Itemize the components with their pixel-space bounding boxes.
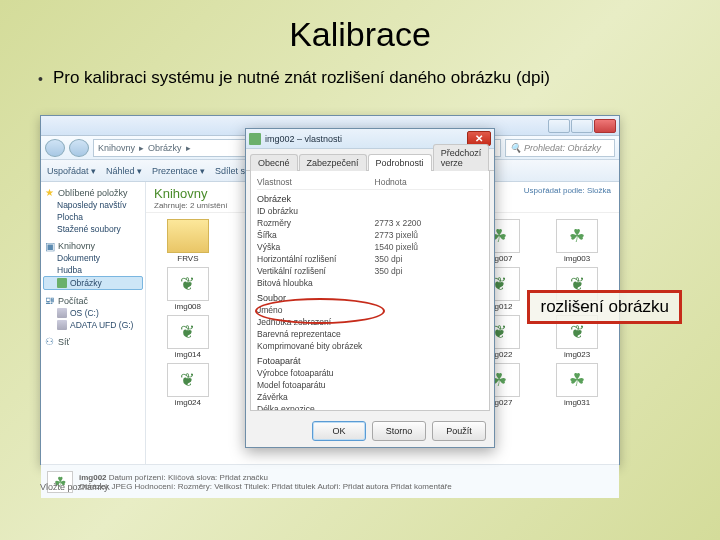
sidebar-favorites-header[interactable]: ★Oblíbené položky: [45, 188, 143, 198]
annotation-box: rozlišení obrázku: [527, 290, 682, 324]
maximize-button[interactable]: [571, 119, 593, 133]
property-key: Rozměry: [257, 218, 375, 228]
thumbnail[interactable]: ❦img008: [150, 267, 226, 311]
leaf-icon: ❦: [167, 363, 209, 397]
ok-button[interactable]: OK: [312, 421, 366, 441]
property-key: ID obrázku: [257, 206, 375, 216]
cancel-button[interactable]: Storno: [372, 421, 426, 441]
property-value: [375, 341, 483, 351]
image-icon: [249, 133, 261, 145]
tab-předchozí verze[interactable]: Předchozí verze: [433, 144, 490, 171]
thumbnail[interactable]: ❦img014: [150, 315, 226, 359]
sidebar-item-pictures[interactable]: Obrázky: [43, 276, 143, 290]
sidebar-computer-header[interactable]: 🖳Počítač: [45, 296, 143, 306]
leaf-icon: ❦: [167, 267, 209, 301]
bullet-dot: •: [38, 68, 43, 90]
dialog-title: img002 – vlastnosti: [265, 134, 342, 144]
breadcrumb[interactable]: Obrázky: [148, 143, 182, 153]
disk-icon: [57, 308, 67, 318]
search-input[interactable]: 🔍 Prohledat: Obrázky: [505, 139, 615, 157]
property-row[interactable]: Model fotoaparátu: [257, 379, 483, 391]
search-placeholder: Prohledat: Obrázky: [524, 143, 601, 153]
property-value: [375, 329, 483, 339]
toolbar-item[interactable]: Náhled ▾: [106, 166, 142, 176]
notes-placeholder: Vložte poznámky.: [40, 482, 110, 492]
thumbnail[interactable]: ☘img003: [539, 219, 615, 263]
property-key: Délka expozice: [257, 404, 375, 411]
apply-button[interactable]: Použít: [432, 421, 486, 441]
property-key: Komprimované bity obrázek: [257, 341, 375, 351]
star-icon: ★: [45, 188, 55, 198]
property-value: 2773 pixelů: [375, 230, 483, 240]
toolbar-item[interactable]: Prezentace ▾: [152, 166, 205, 176]
sidebar: ★Oblíbené položky Naposledy navštív Ploc…: [41, 182, 146, 464]
sidebar-item-usbdisk[interactable]: ADATA UFD (G:): [43, 319, 143, 331]
chevron-right-icon: ▸: [186, 143, 191, 153]
library-icon: ▣: [45, 241, 55, 251]
property-row[interactable]: Vertikální rozlišení350 dpi: [257, 265, 483, 277]
sidebar-item-music[interactable]: Hudba: [43, 264, 143, 276]
close-button[interactable]: [594, 119, 616, 133]
property-row[interactable]: Horizontální rozlišení350 dpi: [257, 253, 483, 265]
computer-icon: 🖳: [45, 296, 55, 306]
property-row[interactable]: Bitová hloubka: [257, 277, 483, 289]
sidebar-item-recent[interactable]: Naposledy navštív: [43, 199, 143, 211]
property-row[interactable]: Šířka2773 pixelů: [257, 229, 483, 241]
thumbnail[interactable]: FRVS: [150, 219, 226, 263]
property-row[interactable]: Délka expozice: [257, 403, 483, 411]
tab-obecné[interactable]: Obecné: [250, 154, 298, 171]
library-subtitle[interactable]: Zahrnuje: 2 umístění: [154, 201, 227, 210]
property-value: [375, 392, 483, 402]
thumbnail[interactable]: ☘img031: [539, 363, 615, 407]
statusbar: ☘ img002 Datum pořízení: Klíčová slova: …: [41, 464, 619, 498]
property-key: Šířka: [257, 230, 375, 240]
back-button[interactable]: [45, 139, 65, 157]
property-value: 350 dpi: [375, 266, 483, 276]
clover-icon: ☘: [556, 363, 598, 397]
thumbnail-label: img023: [564, 350, 590, 359]
search-icon: 🔍: [510, 143, 521, 153]
breadcrumb[interactable]: Knihovny: [98, 143, 135, 153]
thumbnail-label: img014: [175, 350, 201, 359]
properties-dialog: img002 – vlastnosti ✕ ObecnéZabezpečeníP…: [245, 128, 495, 448]
property-key: Horizontální rozlišení: [257, 254, 375, 264]
property-row[interactable]: Barevná reprezentace: [257, 328, 483, 340]
property-key: Výrobce fotoaparátu: [257, 368, 375, 378]
pictures-icon: [57, 278, 67, 288]
leaf-icon: ❦: [167, 315, 209, 349]
sidebar-item-osdisk[interactable]: OS (C:): [43, 307, 143, 319]
property-key: Výška: [257, 242, 375, 252]
tab-podrobnosti[interactable]: Podrobnosti: [368, 154, 432, 171]
property-value: [375, 206, 483, 216]
network-icon: ⚇: [45, 337, 55, 347]
property-row[interactable]: ID obrázku: [257, 205, 483, 217]
property-row[interactable]: Výrobce fotoaparátu: [257, 367, 483, 379]
tab-zabezpečení[interactable]: Zabezpečení: [299, 154, 367, 171]
property-row[interactable]: Rozměry2773 x 2200: [257, 217, 483, 229]
property-value: 2773 x 2200: [375, 218, 483, 228]
property-value: [375, 368, 483, 378]
tabs: ObecnéZabezpečeníPodrobnostiPředchozí ve…: [246, 149, 494, 171]
property-value: [375, 278, 483, 288]
property-value: [375, 305, 483, 315]
sidebar-item-downloads[interactable]: Stažené soubory: [43, 223, 143, 235]
sidebar-item-desktop[interactable]: Plocha: [43, 211, 143, 223]
bullet-item: • Pro kalibraci systému je nutné znát ro…: [30, 68, 690, 90]
thumbnail[interactable]: ❦img024: [150, 363, 226, 407]
property-row[interactable]: Výška1540 pixelů: [257, 241, 483, 253]
thumbnail-label: img024: [175, 398, 201, 407]
property-key: Bitová hloubka: [257, 278, 375, 288]
sort-menu[interactable]: Uspořádat podle: Složka: [524, 186, 611, 195]
sidebar-item-documents[interactable]: Dokumenty: [43, 252, 143, 264]
minimize-button[interactable]: [548, 119, 570, 133]
forward-button[interactable]: [69, 139, 89, 157]
property-row[interactable]: Komprimované bity obrázek: [257, 340, 483, 352]
slide-title: Kalibrace: [30, 15, 690, 54]
sidebar-libraries-header[interactable]: ▣Knihovny: [45, 241, 143, 251]
sidebar-network-header[interactable]: ⚇Síť: [45, 337, 143, 347]
bullet-text: Pro kalibraci systému je nutné znát rozl…: [53, 68, 550, 88]
property-value: [375, 380, 483, 390]
status-filename: img002: [79, 473, 107, 482]
toolbar-item[interactable]: Uspořádat ▾: [47, 166, 96, 176]
property-row[interactable]: Závěrka: [257, 391, 483, 403]
